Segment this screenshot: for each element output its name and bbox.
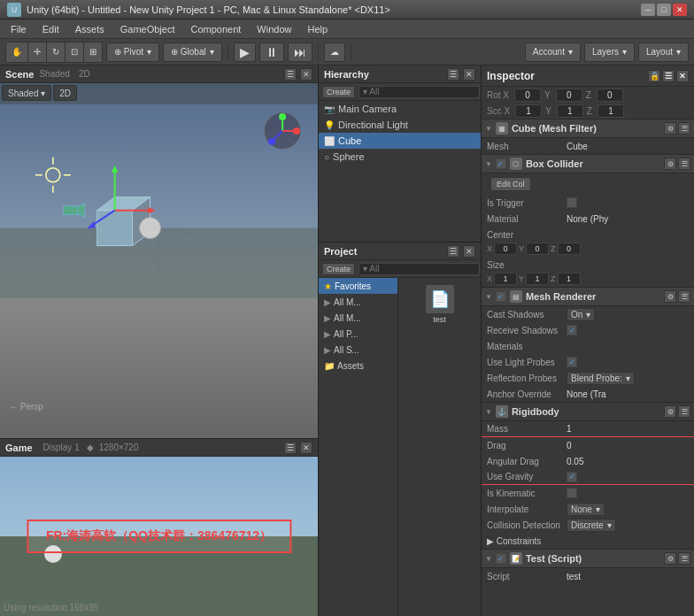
test-script-menu-icon[interactable]: ☰ [678, 552, 690, 565]
scene-close-button[interactable]: ✕ [300, 68, 312, 81]
rot-y-value[interactable]: 0 [556, 89, 582, 102]
global-dropdown[interactable]: ⊕ Global ▾ [163, 42, 222, 62]
project-menu-button[interactable]: ☰ [447, 245, 459, 258]
hierarchy-close-button[interactable]: ✕ [463, 68, 475, 81]
favorites-header[interactable]: ★ Favorites [319, 278, 397, 294]
2d-btn[interactable]: 2D [53, 85, 77, 101]
box-collider-menu-icon[interactable]: ☰ [678, 158, 690, 170]
menu-window[interactable]: Window [250, 22, 298, 36]
mesh-renderer-enabled-checkbox[interactable]: ✓ [496, 291, 506, 302]
game-display[interactable]: Display 1 [43, 443, 80, 452]
angular-drag-value[interactable]: 0.05 [567, 457, 689, 466]
mesh-renderer-settings-icon[interactable]: ⚙ [664, 290, 676, 303]
size-z-value[interactable]: 1 [558, 273, 581, 285]
project-folder-assets[interactable]: 📁 Assets [319, 358, 397, 373]
hierarchy-item-sphere[interactable]: ○ Sphere [319, 149, 481, 165]
project-close-button[interactable]: ✕ [463, 245, 475, 258]
edit-collider-button[interactable]: Edit Col [490, 177, 531, 191]
game-menu-button[interactable]: ☰ [284, 442, 297, 454]
test-script-settings-icon[interactable]: ⚙ [664, 552, 676, 565]
inspector-close-button[interactable]: ✕ [676, 70, 689, 82]
center-x-value[interactable]: 0 [494, 243, 517, 255]
is-trigger-checkbox[interactable] [567, 197, 577, 208]
move-tool[interactable]: ✛ [28, 42, 47, 62]
rot-z-value[interactable]: 0 [597, 89, 623, 102]
rigidbody-menu-icon[interactable]: ☰ [678, 405, 690, 418]
layout-dropdown[interactable]: Layout ▾ [638, 42, 689, 62]
center-z-value[interactable]: 0 [558, 243, 581, 255]
inspector-menu-button[interactable]: ☰ [662, 70, 675, 82]
game-close-button[interactable]: ✕ [300, 442, 312, 454]
collision-detection-dropdown[interactable]: Discrete ▾ [567, 519, 616, 532]
project-create-button[interactable]: Create [322, 263, 355, 275]
mesh-filter-header[interactable]: ▼ ▦ Cube (Mesh Filter) ⚙ ☰ [482, 119, 694, 138]
step-button[interactable]: ⏭ [288, 42, 312, 62]
scc-y-value[interactable]: 1 [557, 104, 583, 118]
menu-edit[interactable]: Edit [35, 22, 66, 36]
size-y-value[interactable]: 1 [526, 273, 549, 285]
mesh-renderer-menu-icon[interactable]: ☰ [678, 290, 690, 303]
mesh-filter-settings-icon[interactable]: ⚙ [664, 122, 676, 135]
hierarchy-search[interactable] [359, 86, 480, 98]
play-button[interactable]: ▶ [234, 42, 256, 62]
is-kinematic-checkbox[interactable] [567, 488, 577, 498]
inspector-lock-button[interactable]: 🔒 [648, 70, 660, 82]
mass-value[interactable]: 1 [567, 424, 689, 434]
minimize-button[interactable]: ─ [641, 4, 655, 16]
scene-shaded[interactable]: Shaded [39, 69, 69, 79]
box-collider-enabled-checkbox[interactable]: ✓ [496, 158, 506, 169]
scale-tool[interactable]: ⊡ [66, 42, 84, 62]
constraints-row[interactable]: ▶ Constraints [482, 533, 694, 549]
hand-tool[interactable]: ✋ [6, 42, 28, 62]
project-folder-all-prefabs[interactable]: ▶ All P... [319, 326, 397, 342]
rot-x-value[interactable]: 0 [514, 89, 541, 102]
project-folder-all-scripts[interactable]: ▶ All S... [319, 342, 397, 358]
project-folder-all-models[interactable]: ▶ All M... [319, 310, 397, 326]
hierarchy-create-button[interactable]: Create [322, 86, 355, 98]
drag-value[interactable]: 0 [567, 441, 689, 450]
hierarchy-item-cube[interactable]: ⬜ Cube [319, 133, 481, 149]
menu-help[interactable]: Help [300, 22, 335, 36]
game-resolution[interactable]: 1280×720 [99, 443, 139, 452]
close-button[interactable]: ✕ [673, 4, 687, 16]
center-y-value[interactable]: 0 [526, 243, 549, 255]
asset-test[interactable]: 📄 test [402, 281, 477, 327]
menu-assets[interactable]: Assets [68, 22, 112, 36]
scc-x-value[interactable]: 1 [515, 104, 542, 118]
size-x-value[interactable]: 1 [494, 273, 517, 285]
reflection-probes-dropdown[interactable]: Blend Probe: ▾ [567, 372, 635, 385]
use-gravity-checkbox[interactable]: ✓ [567, 472, 577, 482]
test-script-header[interactable]: ▼ ✓ 📝 Test (Script) ⚙ ☰ [482, 549, 694, 568]
project-folder-all-materials[interactable]: ▶ All M... [319, 294, 397, 310]
hierarchy-item-directional-light[interactable]: 💡 Directional Light [319, 117, 481, 133]
rect-tool[interactable]: ⊞ [84, 42, 102, 62]
scene-2d[interactable]: 2D [79, 69, 90, 79]
menu-component[interactable]: Component [183, 22, 248, 36]
menu-gameobject[interactable]: GameObject [113, 22, 182, 36]
mesh-filter-menu-icon[interactable]: ☰ [678, 122, 690, 135]
scc-z-value[interactable]: 1 [598, 104, 624, 118]
interpolate-dropdown[interactable]: None ▾ [567, 503, 605, 516]
shaded-btn[interactable]: Shaded ▾ [2, 85, 51, 101]
pivot-dropdown[interactable]: ⊕ Pivot ▾ [106, 42, 159, 62]
mesh-renderer-header[interactable]: ▼ ✓ ▤ Mesh Renderer ⚙ ☰ [482, 287, 694, 306]
scene-canvas[interactable]: Shaded ▾ 2D [0, 83, 318, 438]
test-script-enabled-checkbox[interactable]: ✓ [496, 553, 506, 564]
layers-dropdown[interactable]: Layers ▾ [584, 42, 635, 62]
account-dropdown[interactable]: Account ▾ [525, 42, 581, 62]
box-collider-header[interactable]: ▼ ✓ ⬡ Box Collider ⚙ ☰ [482, 154, 694, 173]
rigidbody-header[interactable]: ▼ ⚓ Rigidbody ⚙ ☰ [482, 402, 694, 421]
project-search[interactable] [359, 263, 480, 275]
rigidbody-settings-icon[interactable]: ⚙ [664, 405, 676, 418]
scene-menu-button[interactable]: ☰ [284, 68, 297, 81]
rotate-tool[interactable]: ↻ [47, 42, 66, 62]
pause-button[interactable]: ⏸ [259, 42, 284, 62]
receive-shadows-checkbox[interactable]: ✓ [567, 325, 577, 335]
cast-shadows-dropdown[interactable]: On ▾ [567, 308, 595, 321]
cloud-button[interactable]: ☁ [324, 42, 345, 62]
game-canvas[interactable]: FR:海涛高软（QQ技术群：386476712） [0, 457, 318, 616]
maximize-button[interactable]: □ [657, 4, 671, 16]
hierarchy-menu-button[interactable]: ☰ [447, 68, 459, 81]
box-collider-settings-icon[interactable]: ⚙ [664, 158, 676, 170]
hierarchy-item-main-camera[interactable]: 📷 Main Camera [319, 101, 481, 117]
